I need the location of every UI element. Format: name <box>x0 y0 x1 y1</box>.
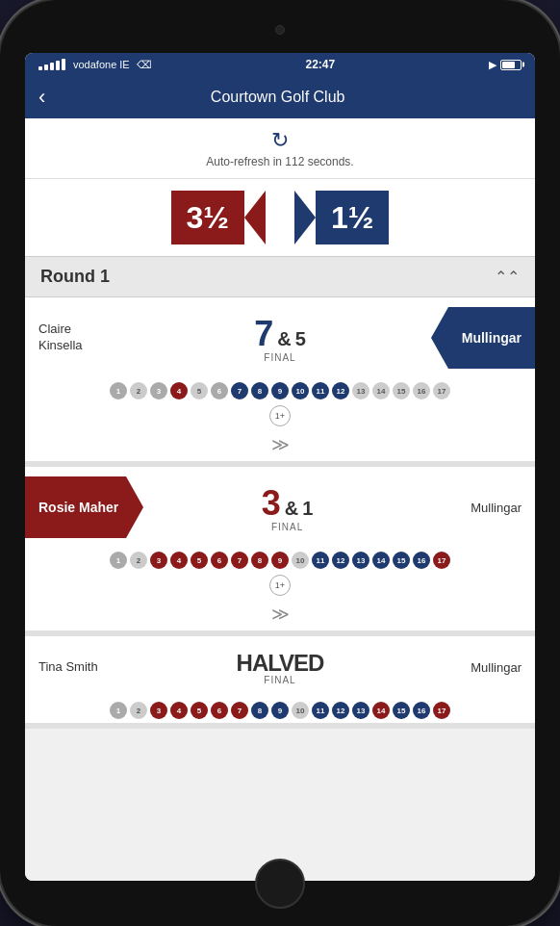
hole-dot: 8 <box>251 702 268 719</box>
hole-dot: 5 <box>191 702 208 719</box>
hole-dot: 15 <box>393 702 410 719</box>
hole-dot: 9 <box>271 552 289 569</box>
home-button[interactable] <box>255 859 305 909</box>
battery-fill <box>502 62 515 68</box>
result-big-2: 3 <box>262 483 281 524</box>
hole-dot: 6 <box>211 702 228 719</box>
screen: vodafone IE ⌫ 22:47 ▶ ‹ Courtown Golf Cl… <box>25 53 535 881</box>
hole-dot: 1 <box>110 702 127 719</box>
hole-dots-3: 1234567891011121314151617 <box>25 698 535 723</box>
home-player-2: Rosie Maher <box>25 476 126 538</box>
away-player-3: Mullingar <box>458 660 535 675</box>
hole-dot: 7 <box>231 702 248 719</box>
hole-dot: 3 <box>150 552 167 569</box>
hole-dot: 16 <box>413 552 430 569</box>
away-player-2: Mullingar <box>448 501 535 515</box>
home-score-value: 3½ <box>187 200 229 236</box>
refresh-section: ↻ Auto-refresh in 112 seconds. <box>25 118 535 179</box>
hole-dot: 2 <box>130 702 147 719</box>
hole-dot: 17 <box>433 382 450 399</box>
score-banner: 3½ 1½ <box>25 179 535 256</box>
refresh-icon[interactable]: ↻ <box>271 128 289 153</box>
hole-dot: 3 <box>150 702 167 719</box>
hole-dot: 9 <box>271 382 289 399</box>
result-small-1: 5 <box>295 328 306 350</box>
carrier-label: vodafone IE <box>73 59 130 70</box>
result-score-2: 3 & 1 <box>262 483 314 524</box>
result-sep-2: & <box>285 498 298 520</box>
expand-icon-2: ≫ <box>271 604 290 625</box>
result-score-3: HALVED <box>237 650 324 677</box>
result-label-3: FINAL <box>264 675 295 685</box>
result-label-2: FINAL <box>271 522 303 532</box>
hole-summary-2: 1+ <box>25 573 535 598</box>
hole-dot: 13 <box>352 382 369 399</box>
expand-btn-2[interactable]: ≫ <box>25 598 535 630</box>
away-score-box: 1½ <box>316 191 389 244</box>
score-divider <box>266 202 294 233</box>
main-content: ↻ Auto-refresh in 112 seconds. 3½ 1½ <box>25 118 535 881</box>
match-row-2: Rosie Maher 3 & 1 FINAL Mullingar <box>25 467 535 548</box>
result-label-1: FINAL <box>264 352 295 363</box>
hole-dot: 16 <box>413 702 430 719</box>
hole-dot: 1 <box>110 552 127 569</box>
page-title: Courtown Golf Club <box>55 89 500 106</box>
hole-dot: 15 <box>393 382 410 399</box>
match-row-3: Tina Smith HALVED FINAL Mullingar <box>25 636 535 698</box>
hole-dot: 3 <box>150 382 167 399</box>
hole-dot: 4 <box>170 552 188 569</box>
away-score-block: 1½ <box>294 191 389 244</box>
match-card-2: Rosie Maher 3 & 1 FINAL Mullingar 12 <box>25 467 535 636</box>
hole-dot: 13 <box>352 702 369 719</box>
hole-dot: 9 <box>271 702 289 719</box>
hole-dot: 13 <box>352 552 369 569</box>
time-label: 22:47 <box>306 58 336 71</box>
hole-dot: 10 <box>292 382 309 399</box>
match-row-1: ClaireKinsella 7 & 5 FINAL Mullingar <box>25 297 535 378</box>
hole-dots-2: 1234567891011121314151617 <box>25 548 535 573</box>
hole-dot: 1 <box>110 382 127 399</box>
hole-summary-1: 1+ <box>25 403 535 428</box>
round-header[interactable]: Round 1 ⌃⌃ <box>25 256 535 297</box>
expand-icon-1: ≫ <box>271 434 290 455</box>
away-score-value: 1½ <box>331 200 373 236</box>
hole-dot: 17 <box>433 702 450 719</box>
home-score-box: 3½ <box>171 191 244 244</box>
away-player-1: Mullingar <box>448 307 535 369</box>
summary-dot-1: 1+ <box>269 405 291 426</box>
status-bar: vodafone IE ⌫ 22:47 ▶ <box>25 53 535 76</box>
hole-dot: 12 <box>332 382 349 399</box>
match-result-2: 3 & 1 FINAL <box>126 483 448 532</box>
home-player-1: ClaireKinsella <box>25 322 112 354</box>
hole-dot: 8 <box>251 552 268 569</box>
hole-dot: 5 <box>191 382 208 399</box>
hole-dot: 7 <box>231 552 248 569</box>
match-card-1: ClaireKinsella 7 & 5 FINAL Mullingar <box>25 297 535 467</box>
hole-dot: 6 <box>211 552 228 569</box>
summary-dot-2: 1+ <box>269 575 291 596</box>
nav-bar: ‹ Courtown Golf Club <box>25 76 535 118</box>
match-result-1: 7 & 5 FINAL <box>112 314 448 363</box>
hole-dot: 14 <box>372 702 390 719</box>
hole-dot: 2 <box>130 382 147 399</box>
hole-dot: 14 <box>372 552 390 569</box>
hole-dot: 10 <box>292 552 309 569</box>
hole-dot: 8 <box>251 382 268 399</box>
away-score-arrow <box>294 191 316 244</box>
home-score-arrow <box>244 191 266 244</box>
status-right: ▶ <box>489 59 522 71</box>
hole-dot: 11 <box>312 552 329 569</box>
collapse-icon[interactable]: ⌃⌃ <box>495 268 520 286</box>
expand-btn-1[interactable]: ≫ <box>25 428 535 461</box>
result-big-1: 7 <box>254 314 273 354</box>
hole-dot: 4 <box>170 382 188 399</box>
result-score-1: 7 & 5 <box>254 314 306 354</box>
home-player-3: Tina Smith <box>25 659 102 676</box>
camera <box>275 25 285 35</box>
back-button[interactable]: ‹ <box>38 87 45 108</box>
phone-frame: vodafone IE ⌫ 22:47 ▶ ‹ Courtown Golf Cl… <box>0 0 560 926</box>
hole-dots-1: 1234567891011121314151617 <box>25 378 535 403</box>
hole-dot: 17 <box>433 552 450 569</box>
status-left: vodafone IE ⌫ <box>38 59 152 71</box>
hole-dot: 4 <box>170 702 188 719</box>
